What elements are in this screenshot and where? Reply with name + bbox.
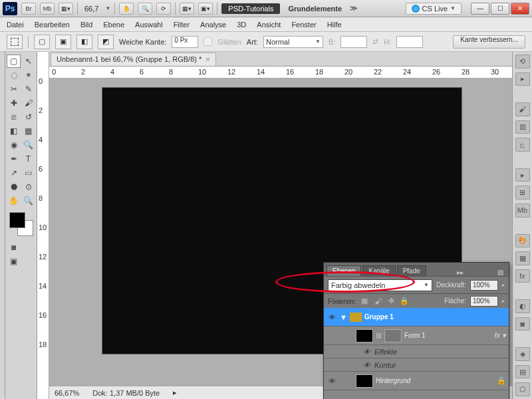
zoom-tool-button[interactable]: 🔍 [138,3,152,15]
layer-name[interactable]: Form 1 [404,332,491,339]
blur-tool[interactable]: ◉ [7,138,21,152]
selection-new-button[interactable]: ▢ [34,35,50,49]
panel-collapse-icon[interactable]: ▸▸ [454,269,466,276]
layer-name[interactable]: Hintergrund [376,377,494,384]
opacity-slider-icon[interactable]: ▸ [502,282,505,288]
3d-camera-tool[interactable]: ⊙ [21,180,35,194]
workspace-name[interactable]: PSD-Tutorials [221,3,280,14]
cslive-button[interactable]: CS Live ▼ [406,3,462,15]
layer-effects-header[interactable]: 👁 Effekte [324,345,509,358]
zoom-tool[interactable]: 🔍 [21,194,35,207]
brush-tool[interactable]: 🖌 [21,96,35,110]
menu-analyse[interactable]: Analyse [200,21,226,29]
info-panel-icon[interactable]: ⊞ [515,186,530,200]
lock-all-icon[interactable]: 🔒 [400,297,409,306]
link-icon[interactable]: ⛓ [376,332,382,339]
history-panel-icon[interactable]: ⟲ [515,55,530,68]
workspace-switcher[interactable]: Grundelemente [284,5,346,13]
vector-mask-thumbnail[interactable] [384,329,402,342]
menu-hilfe[interactable]: Hilfe [327,21,342,29]
tab-pfade[interactable]: Pfade [397,265,426,276]
visibility-icon[interactable]: 👁 [327,312,337,323]
visibility-icon[interactable]: 👁 [361,360,372,370]
close-button[interactable]: ✕ [511,3,529,15]
magic-wand-tool[interactable]: ✴ [21,68,35,82]
lock-transparent-icon[interactable]: ▦ [360,297,369,306]
move-tool[interactable]: ↖ [21,55,35,68]
layer-thumbnail[interactable] [356,329,373,342]
layer-name[interactable]: Gruppe 1 [364,313,506,321]
bridge-button[interactable]: Br [21,3,36,15]
paths-panel-icon[interactable]: ⬡ [515,382,530,396]
status-menu-icon[interactable]: ▸ [173,388,177,397]
color-panel-icon[interactable]: 🎨 [515,234,530,248]
disclosure-icon[interactable]: ▼ [340,313,347,321]
type-tool[interactable]: T [21,152,35,166]
visibility-icon[interactable]: 👁 [361,346,372,357]
fill-input[interactable]: 100% [470,296,498,307]
layer-item[interactable]: 👁 Hintergrund 🔒 [324,372,509,390]
brush-panel-icon[interactable]: 🖌 [515,102,530,116]
hand-tool-button[interactable]: ✋ [119,3,134,15]
maximize-button[interactable]: ☐ [491,3,509,15]
selection-intersect-button[interactable]: ◩ [98,35,114,49]
history-brush-tool[interactable]: ↺ [21,110,35,124]
styles-panel-icon[interactable]: fx [515,269,530,283]
adjustments-panel-icon[interactable]: ◐ [515,299,530,313]
healing-tool[interactable]: ✚ [7,96,21,110]
masks-panel-icon[interactable]: ◙ [515,317,530,331]
channels-panel-icon[interactable]: ▤ [515,365,530,379]
eraser-tool[interactable]: ◧ [7,124,21,138]
path-select-tool[interactable]: ↗ [7,166,21,180]
tool-preset-button[interactable] [7,35,23,49]
lock-image-icon[interactable]: 🖌 [373,297,382,306]
zoom-value[interactable]: 66,7 [82,5,101,13]
menu-bild[interactable]: Bild [80,21,92,29]
menu-datei[interactable]: Datei [7,21,24,29]
selection-subtract-button[interactable]: ◧ [76,35,92,49]
style-select[interactable]: Normal▼ [263,36,323,48]
color-swatch[interactable] [9,212,33,236]
hand-tool[interactable]: ✋ [7,194,21,207]
stamp-tool[interactable]: ⎚ [7,110,21,124]
marquee-tool[interactable]: ▢ [7,55,21,68]
menu-ansicht[interactable]: Ansicht [257,21,281,29]
navigator-panel-icon[interactable]: ▸ [515,168,530,182]
tab-kanaele[interactable]: Kanäle [362,265,395,276]
refine-edge-button[interactable]: Kante verbessern... [453,35,525,49]
minibridge-button[interactable]: Mb [40,3,55,15]
opacity-input[interactable]: 100% [470,280,498,291]
document-tab[interactable]: Unbenannt-1 bei 66,7% (Gruppe 1, RGB/8) … [51,53,216,66]
chevron-right-icon[interactable]: ≫ [350,4,358,13]
close-tab-icon[interactable]: × [205,55,209,63]
eyedropper-tool[interactable]: ✎ [21,82,35,96]
menu-ebene[interactable]: Ebene [103,21,124,29]
blend-mode-select[interactable]: Farbig abwedeln▼ [328,279,432,291]
arrange-button[interactable]: ▦▾ [180,3,194,15]
crop-tool[interactable]: ✂ [7,82,21,96]
actions-panel-icon[interactable]: ▸ [515,72,530,86]
lock-position-icon[interactable]: ✥ [386,297,396,306]
brushpresets-panel-icon[interactable]: ▥ [515,120,530,134]
selection-add-button[interactable]: ▣ [55,35,71,49]
dodge-tool[interactable]: 🔍 [21,138,35,152]
layer-effect-item[interactable]: 👁 Kontur [324,358,509,372]
rotate-view-button[interactable]: ⟳ [156,3,171,15]
screenmode-tool[interactable]: ▣ [7,255,21,268]
quickmask-button[interactable]: ◙ [7,241,21,254]
layers-panel-icon[interactable]: ◈ [515,347,530,361]
layer-group[interactable]: 👁 ▼ Gruppe 1 [324,308,509,327]
fill-slider-icon[interactable]: ▸ [502,298,505,304]
menu-filter[interactable]: Filter [174,21,190,29]
fx-badge[interactable]: fx ▾ [494,331,506,340]
panel-menu-icon[interactable]: ▤ [495,269,506,276]
status-docinfo[interactable]: Dok: 1,37 MB/0 Byte [92,389,160,397]
layers-panel[interactable]: Ebenen Kanäle Pfade ▸▸ ▤ Farbig abwedeln… [323,262,509,399]
layer-item[interactable]: 👁 ⛓ Form 1 fx ▾ [324,327,509,345]
menu-fenster[interactable]: Fenster [291,21,316,29]
menu-bearbeiten[interactable]: Bearbeiten [35,21,70,29]
pen-tool[interactable]: ✒ [7,152,21,166]
layer-thumbnail[interactable] [356,374,373,388]
screenmode-button[interactable]: ▣▾ [198,3,213,15]
swatches-panel-icon[interactable]: ▦ [515,251,530,265]
